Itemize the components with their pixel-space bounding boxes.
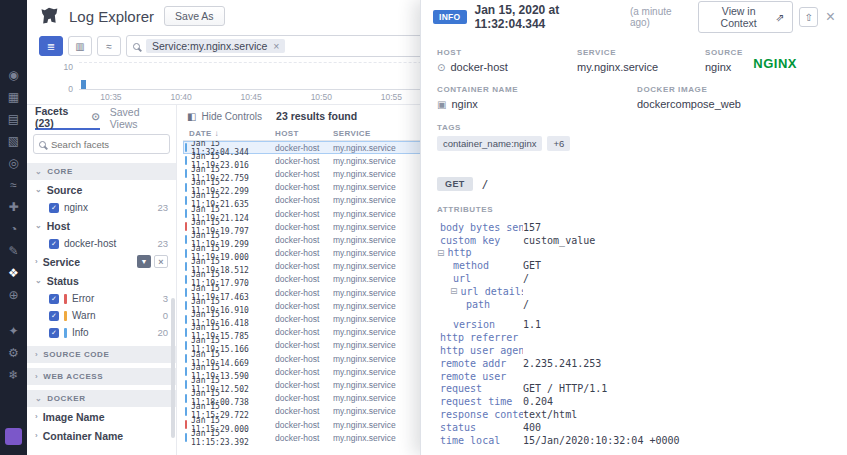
facet-group-status[interactable]: ⌄ Status	[27, 271, 176, 290]
attribute-value: /	[523, 273, 529, 284]
export-icon[interactable]: ⇧	[799, 7, 817, 27]
facet-count: 3	[163, 293, 168, 304]
facet-group-container-name[interactable]: › Container Name	[27, 426, 176, 445]
snowflake-icon[interactable]: ❄	[0, 364, 27, 386]
attribute-row[interactable]: request_time 0.204	[437, 395, 831, 408]
security-icon[interactable]: ✦	[0, 320, 27, 342]
attribute-row[interactable]: ⊟ http	[437, 247, 831, 260]
dashboards-icon[interactable]: ▧	[0, 130, 27, 152]
save-as-button[interactable]: Save As	[164, 6, 225, 26]
close-icon[interactable]: ×	[826, 9, 835, 25]
status-strip	[185, 380, 187, 389]
checkbox-checked-icon[interactable]: ✓	[49, 294, 59, 304]
monitors-icon[interactable]: ◎	[0, 152, 27, 174]
facet-item-warn[interactable]: ✓ Warn 0	[27, 307, 176, 324]
facet-item-info[interactable]: ✓ Info 20	[27, 324, 176, 341]
facet-value-label: docker-host	[64, 238, 116, 249]
user-avatar[interactable]	[5, 428, 22, 445]
field-value[interactable]: my.nginx.service	[577, 61, 658, 73]
field-value[interactable]: dockercompose_web	[637, 98, 741, 110]
clear-filter-icon[interactable]: ×	[154, 255, 168, 268]
metrics-icon[interactable]: ≈	[0, 174, 27, 196]
events-icon[interactable]: ▤	[0, 108, 27, 130]
attribute-row[interactable]: path /	[437, 298, 831, 311]
synthetics-icon[interactable]: ⊕	[0, 284, 27, 306]
notebooks-icon[interactable]: ✎	[0, 240, 27, 262]
list-view-button[interactable]: ≣	[39, 36, 63, 56]
facet-scrollbar[interactable]	[171, 298, 175, 438]
status-badge: INFO	[433, 10, 467, 24]
log-service: my.nginx.service	[333, 195, 425, 205]
hide-controls-button[interactable]: ◧ Hide Controls	[187, 111, 262, 122]
attribute-row[interactable]: method GET	[437, 259, 831, 272]
checkbox-checked-icon[interactable]: ✓	[49, 328, 59, 338]
facet-group-label: Service	[43, 256, 80, 268]
checkbox-checked-icon[interactable]: ✓	[49, 203, 59, 213]
log-service: my.nginx.service	[333, 261, 425, 271]
facet-group-service[interactable]: › Service ▼ ×	[27, 252, 176, 271]
attribute-value: 157	[523, 222, 541, 233]
facet-group-image-name[interactable]: › Image Name	[27, 407, 176, 426]
eye-icon[interactable]: ⊙	[91, 111, 99, 122]
tab-facets-label: Facets (23)	[35, 105, 87, 129]
table-view-button[interactable]: ▥	[68, 36, 92, 56]
facet-item-docker-host[interactable]: ✓ docker-host 23	[27, 235, 176, 252]
settings-gear-icon[interactable]: ⚙	[0, 342, 27, 364]
view-in-context-button[interactable]: View in Context ⇗	[698, 1, 794, 33]
facet-item-nginx[interactable]: ✓ nginx 23	[27, 199, 176, 216]
facet-group-host[interactable]: ⌄ Host	[27, 216, 176, 235]
facet-item-error[interactable]: ✓ Error 3	[27, 290, 176, 307]
section-core[interactable]: ⌄ CORE	[27, 163, 176, 180]
tab-saved-views[interactable]: Saved Views	[110, 105, 168, 130]
attribute-row[interactable]: version 1.1	[437, 319, 831, 332]
tag-chip[interactable]: +6	[547, 136, 570, 151]
field-value[interactable]: docker-host	[450, 61, 507, 73]
attribute-row[interactable]: remote_addr 2.235.241.253	[437, 357, 831, 370]
log-service: my.nginx.service	[333, 380, 425, 390]
tab-facets[interactable]: Facets (23) ⊙	[35, 105, 100, 130]
expand-toggle-icon[interactable]: ⊟	[437, 248, 445, 258]
query-filter-chip[interactable]: Service:my.nginx.service ×	[146, 39, 285, 53]
attribute-row[interactable]: response_content_type text/html	[437, 408, 831, 421]
section-web-access[interactable]: › WEB ACCESS	[27, 368, 176, 385]
attribute-row[interactable]: custom_key custom_value	[437, 234, 831, 247]
attribute-row[interactable]: url /	[437, 272, 831, 285]
watchdog-icon[interactable]: ◉	[0, 64, 27, 86]
filter-chip-label: Service:my.nginx.service	[152, 40, 267, 52]
attribute-row[interactable]: status 400	[437, 421, 831, 434]
histogram-bar[interactable]	[81, 80, 86, 89]
tag-chip[interactable]: container_name:nginx	[437, 136, 542, 151]
remove-filter-icon[interactable]: ×	[273, 40, 279, 52]
integrations-icon[interactable]: ✚	[0, 196, 27, 218]
field-service: SERVICE my.nginx.service	[577, 48, 705, 73]
attribute-row[interactable]: remote_user	[437, 370, 831, 383]
attribute-row[interactable]: body_bytes_sent 157	[437, 221, 831, 234]
logs-icon[interactable]: ❖	[0, 262, 27, 284]
checkbox-checked-icon[interactable]: ✓	[49, 239, 59, 249]
attribute-row[interactable]: http_user_agent	[437, 344, 831, 357]
attribute-row[interactable]: time_local 15/Jan/2020:10:32:04 +0000	[437, 434, 831, 447]
section-docker[interactable]: ⌄ DOCKER	[27, 390, 176, 407]
infrastructure-icon[interactable]: ▦	[0, 86, 27, 108]
column-host[interactable]: HOST	[275, 129, 333, 138]
filter-applied-icon[interactable]: ▼	[137, 255, 151, 268]
log-host: docker-host	[275, 143, 333, 153]
view-in-context-label: View in Context	[707, 5, 771, 29]
field-value[interactable]: nginx	[451, 98, 477, 110]
checkbox-checked-icon[interactable]: ✓	[49, 311, 59, 321]
attribute-key: response_content_type	[437, 409, 523, 420]
facet-group-source[interactable]: ⌄ Source	[27, 180, 176, 199]
column-service[interactable]: SERVICE	[333, 129, 425, 138]
analytics-view-button[interactable]: ≈	[97, 36, 121, 56]
expand-toggle-icon[interactable]: ⊟	[450, 286, 458, 296]
attribute-row[interactable]: http_referrer	[437, 331, 831, 344]
apm-icon[interactable]: ◔	[0, 218, 27, 240]
facet-search-input[interactable]	[51, 139, 164, 150]
column-date[interactable]: DATE ↓	[183, 129, 275, 138]
field-value[interactable]: nginx	[705, 61, 731, 73]
section-source-code[interactable]: › SOURCE CODE	[27, 346, 176, 363]
facet-search[interactable]	[33, 134, 170, 154]
section-label: WEB ACCESS	[43, 372, 103, 381]
attribute-row[interactable]: ⊟ url_details	[437, 285, 831, 298]
attribute-row[interactable]: request GET / HTTP/1.1	[437, 383, 831, 396]
